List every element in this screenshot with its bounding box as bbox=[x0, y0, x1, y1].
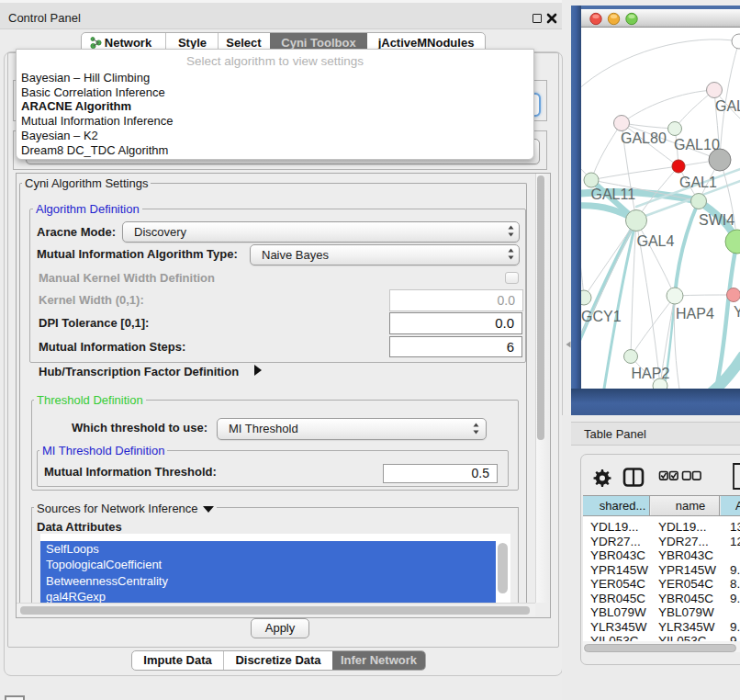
svg-text:GAL4: GAL4 bbox=[637, 233, 675, 249]
svg-text:Y: Y bbox=[734, 304, 740, 320]
svg-text:HAP4: HAP4 bbox=[676, 306, 714, 322]
svg-text:GAL: GAL bbox=[715, 98, 740, 114]
svg-text:SWI4: SWI4 bbox=[699, 212, 734, 228]
svg-text:GCY1: GCY1 bbox=[581, 309, 622, 324]
svg-text:HAP2: HAP2 bbox=[632, 366, 670, 381]
svg-text:GAL1: GAL1 bbox=[679, 175, 717, 190]
svg-text:GAL10: GAL10 bbox=[674, 137, 720, 152]
svg-text:GAL80: GAL80 bbox=[621, 130, 667, 146]
svg-text:GAL11: GAL11 bbox=[591, 186, 636, 202]
